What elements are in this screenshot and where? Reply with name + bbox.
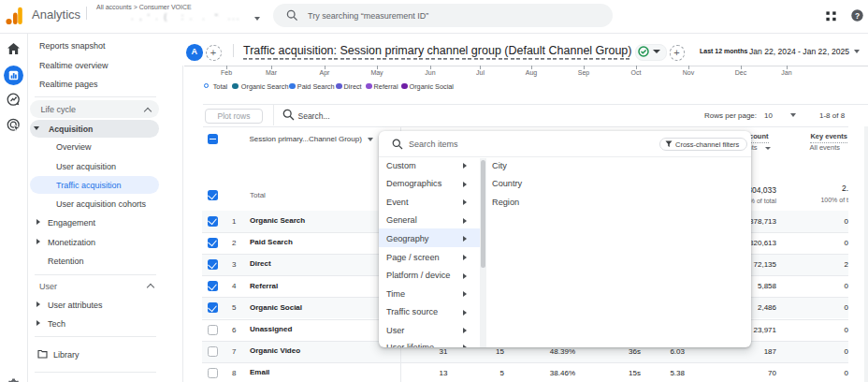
svg-text:?: ? (854, 11, 859, 21)
